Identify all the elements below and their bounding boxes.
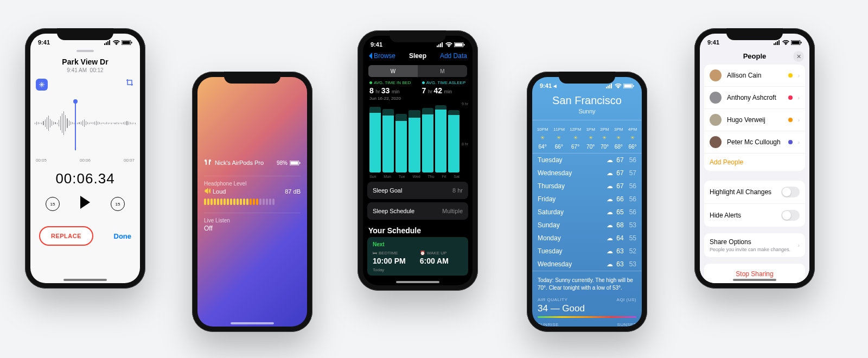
avg-in-bed-label: AVG. TIME IN BED (369, 80, 411, 85)
bedtime-label: 🛏 BEDTIME (373, 251, 406, 255)
y-axis-label: 8 hr (462, 142, 468, 146)
sheet-grabber[interactable] (76, 50, 94, 52)
avg-in-bed-value: 8 hr 33 min (369, 86, 411, 95)
today-summary: Today: Sunny currently. The high will be… (532, 271, 642, 297)
page-title: Sleep (409, 52, 426, 60)
alarm-icon: ⏰ (420, 251, 425, 255)
add-data-button[interactable]: Add Data (440, 52, 467, 60)
sleep-bar[interactable] (395, 114, 407, 172)
back-button[interactable]: Browse (368, 52, 395, 60)
home-indicator[interactable] (63, 279, 107, 281)
headphone-level-label: Headphone Level (204, 176, 301, 187)
sheet-title: People (743, 52, 767, 60)
play-button[interactable] (79, 196, 91, 212)
sleep-schedule-row[interactable]: Sleep Schedule Multiple (367, 202, 468, 220)
day-forecast-row: Saturday☁︎6556 (532, 206, 642, 219)
x-axis-label: Wed (412, 175, 420, 178)
enhance-button[interactable] (36, 79, 48, 91)
status-icons (104, 40, 132, 45)
x-axis-label: Sun (369, 175, 376, 178)
share-options-row[interactable]: Share Options People you invite can make… (704, 233, 805, 257)
city-name: San Francisco (532, 94, 642, 107)
timeframe-segmented-control[interactable]: W M (368, 65, 467, 77)
toggle-hide-alerts[interactable] (781, 210, 800, 221)
person-row[interactable]: Anthony Ashcroft› (704, 87, 805, 109)
close-button[interactable]: ✕ (793, 51, 804, 62)
daily-forecast-list[interactable]: Tuesday☁︎6756Wednesday☁︎6757Thursday☁︎67… (532, 154, 642, 271)
voice-memos-phone: 9:41 Park View Dr 9:41 AM 00:12 (25, 28, 145, 289)
skip-back-button[interactable]: 15 (46, 197, 60, 211)
day-forecast-row: Thursday☁︎6756 (532, 180, 642, 193)
live-listen-label: Live Listen (204, 213, 301, 223)
people-share-phone: 9:41 People ✕ Allison Cain›Anthony Ashcr… (694, 28, 815, 289)
device-name-row: Nick's AirPods Pro (204, 158, 264, 167)
done-button[interactable]: Done (114, 232, 132, 240)
next-schedule-card[interactable]: Next 🛏 BEDTIME 10:00 PM ⏰ WAKE UP 6:00 A… (367, 237, 468, 276)
toggle-highlight-changes[interactable] (781, 187, 800, 197)
day-forecast-row: Monday☁︎6455 (532, 232, 642, 245)
sleep-bar[interactable] (382, 109, 394, 172)
sleep-bar[interactable] (448, 110, 459, 172)
person-row[interactable]: Hugo Verweij› (704, 109, 805, 131)
home-indicator[interactable] (733, 279, 776, 281)
day-forecast-row: Sunday☁︎6853 (532, 219, 642, 232)
hour-forecast: 10PM☀︎64° (537, 127, 548, 150)
person-row[interactable]: Peter Mc Cullough› (704, 131, 805, 154)
day-forecast-row: Wednesday☁︎6353 (532, 258, 642, 271)
hourly-forecast[interactable]: 10PM☀︎64°11PM☀︎66°12PM☀︎67°1PM☀︎70°2PM☀︎… (532, 120, 642, 154)
sleep-bar[interactable] (409, 110, 420, 172)
segment-week[interactable]: W (368, 65, 418, 77)
timeline-tick: 00:06 (80, 158, 91, 163)
live-listen-value[interactable]: Off (204, 225, 301, 232)
chevron-right-icon: › (798, 73, 800, 79)
loudness-indicator: Loud (204, 188, 226, 195)
your-schedule-title: Your Schedule (363, 220, 473, 237)
replace-button[interactable]: REPLACE (39, 226, 93, 246)
current-time: 00:06.34 (30, 170, 140, 187)
hour-forecast: 2PM☀︎70° (600, 127, 609, 150)
home-indicator[interactable] (396, 281, 439, 283)
status-dot (788, 95, 793, 100)
y-axis-label: 9 hr (462, 102, 468, 106)
weather-phone: 9:41 ◂ San Francisco Sunny 10PM☀︎64°11PM… (527, 72, 647, 332)
chevron-right-icon: › (798, 117, 800, 123)
sleep-bar[interactable] (435, 105, 446, 172)
status-time: 9:41 ◂ (540, 82, 557, 90)
person-row[interactable]: Allison Cain› (704, 65, 805, 87)
status-icons (773, 40, 802, 45)
avatar (710, 136, 722, 148)
timeline-tick: 00:07 (124, 158, 135, 163)
sunset-label: SUNSET (617, 322, 636, 327)
recording-subtitle: 9:41 AM 00:12 (30, 67, 140, 73)
sleep-bar[interactable] (422, 108, 433, 172)
sleep-goal-row[interactable]: Sleep Goal 8 hr (367, 182, 468, 199)
sleep-bar[interactable] (369, 107, 381, 172)
skip-forward-button[interactable]: 15 (111, 197, 125, 211)
home-indicator[interactable] (231, 322, 274, 324)
sleep-bar-chart[interactable]: 9 hr 8 hr (368, 103, 467, 172)
hour-forecast: 4PM☀︎66° (628, 127, 637, 150)
waveform-view[interactable] (30, 91, 140, 156)
aqi-value: 34 — Good (532, 302, 642, 316)
trim-button[interactable] (126, 79, 135, 91)
volume-warning-icon (204, 188, 210, 195)
timeline-tick: 00:05 (36, 158, 47, 163)
aqi-label: AIR QUALITY (538, 297, 567, 302)
avg-asleep-value: 7 hr 42 min (422, 86, 466, 95)
status-dot (788, 73, 793, 78)
avatar (710, 69, 722, 81)
highlight-changes-row[interactable]: Highlight All Changes (704, 181, 805, 204)
airpods-icon (204, 158, 212, 167)
chevron-right-icon: › (798, 242, 800, 248)
add-people-button[interactable]: Add People (704, 154, 805, 171)
svg-rect-14 (801, 42, 802, 43)
chevron-right-icon: › (798, 139, 800, 145)
recording-title: Park View Dr (30, 57, 140, 66)
day-forecast-row: Tuesday☁︎6756 (532, 154, 642, 167)
hour-forecast: 3PM☀︎68° (614, 127, 623, 150)
segment-month[interactable]: M (418, 65, 467, 77)
avatar (710, 114, 722, 126)
playhead[interactable] (75, 101, 76, 150)
hide-alerts-row[interactable]: Hide Alerts (704, 204, 805, 227)
svg-rect-2 (131, 42, 132, 43)
